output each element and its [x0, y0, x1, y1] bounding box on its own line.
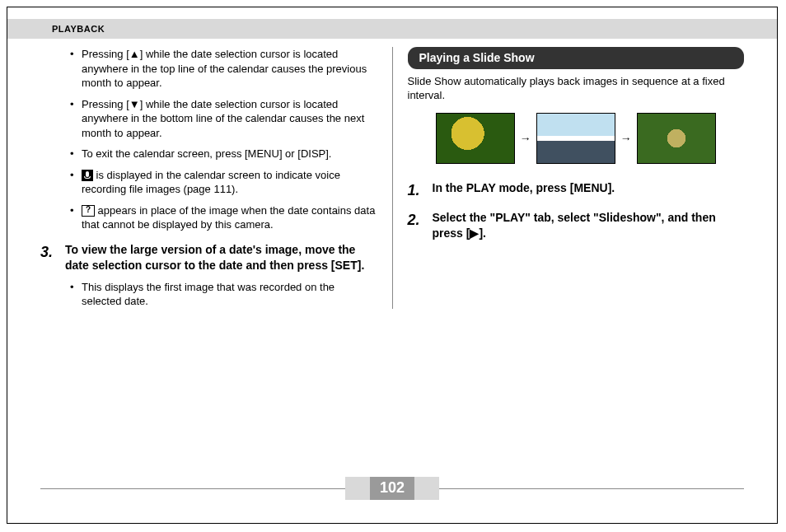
step-number: 2. — [408, 210, 424, 230]
step-number: 1. — [408, 180, 424, 200]
bullet-text: To exit the calendar screen, press [MENU… — [82, 147, 331, 160]
step-text: Select the "PLAY" tab, select "Slideshow… — [433, 210, 745, 241]
page-footer: 102 — [7, 488, 777, 511]
microphone-icon — [82, 170, 93, 181]
bullet-text: Pressing [▲] while the date selection cu… — [82, 48, 367, 89]
step-3-sublist: This displays the first image that was r… — [40, 280, 377, 309]
page-number: 102 — [370, 477, 414, 500]
right-column: Playing a Slide Show Slide Show automati… — [392, 47, 745, 309]
list-item: Pressing [▼] while the date selection cu… — [70, 97, 377, 141]
list-item: To exit the calendar screen, press [MENU… — [70, 147, 377, 161]
section-header-bar: PLAYBACK — [7, 19, 777, 39]
bullet-text: is displayed in the calendar screen to i… — [82, 169, 340, 196]
page-number-wrap: 102 — [345, 477, 439, 500]
step-3: 3. To view the large version of a date's… — [40, 242, 377, 273]
step-2: 2. Select the "PLAY" tab, select "Slides… — [408, 210, 745, 241]
bullet-text: Pressing [▼] while the date selection cu… — [82, 98, 364, 139]
step-1: 1. In the PLAY mode, press [MENU]. — [408, 180, 745, 200]
thumbnail-flower — [436, 113, 515, 164]
list-item: ? appears in place of the image when the… — [70, 203, 377, 232]
section-header-title: PLAYBACK — [52, 24, 105, 34]
thumbnail-mountain — [536, 113, 615, 164]
slideshow-intro: Slide Show automatically plays back imag… — [408, 74, 745, 103]
step-text: In the PLAY mode, press [MENU]. — [433, 180, 615, 196]
thumbnail-dragonfly — [637, 113, 716, 164]
bullet-text: This displays the first image that was r… — [82, 281, 335, 308]
step-text: To view the large version of a date's im… — [65, 242, 377, 273]
question-icon: ? — [82, 205, 95, 217]
manual-page: PLAYBACK Pressing [▲] while the date sel… — [7, 7, 778, 524]
content-columns: Pressing [▲] while the date selection cu… — [7, 39, 777, 309]
list-item: is displayed in the calendar screen to i… — [70, 168, 377, 197]
list-item: This displays the first image that was r… — [70, 280, 377, 309]
page-number-tab-left — [345, 477, 370, 500]
slideshow-heading: Playing a Slide Show — [408, 47, 745, 69]
page-number-tab-right — [414, 477, 439, 500]
bullet-text: appears in place of the image when the d… — [82, 204, 375, 231]
slideshow-thumbnails: → → — [408, 113, 745, 164]
arrow-right-icon: → — [520, 131, 531, 147]
arrow-right-icon: → — [620, 131, 632, 147]
list-item: Pressing [▲] while the date selection cu… — [70, 47, 377, 91]
step-number: 3. — [40, 242, 57, 262]
left-column: Pressing [▲] while the date selection cu… — [40, 47, 392, 309]
calendar-notes-list: Pressing [▲] while the date selection cu… — [40, 47, 377, 232]
